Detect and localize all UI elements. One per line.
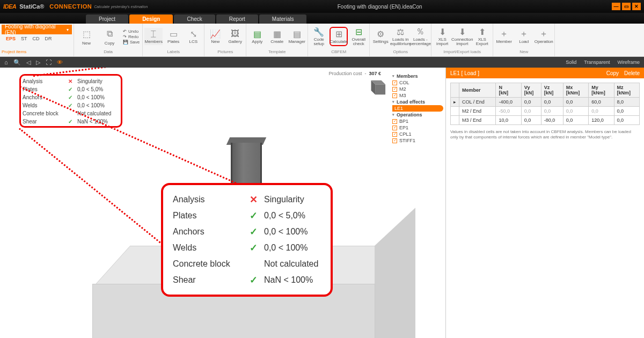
nav-left-icon[interactable]: ◁	[26, 59, 31, 66]
short-eps[interactable]: EPS	[6, 36, 16, 41]
create-button[interactable]: ▦Create	[268, 28, 286, 45]
short-cd[interactable]: CD	[33, 36, 40, 41]
tagline: Calculate yesterday's estimation	[94, 5, 148, 9]
percentage-button[interactable]: ％Loads - percentage	[411, 26, 429, 47]
mode-transparent[interactable]: Transparent	[584, 60, 610, 65]
save-button[interactable]: 💾Save	[123, 40, 140, 45]
right-pane-header: LE1 [ Load ] Copy Delete	[446, 68, 644, 78]
short-dr[interactable]: DR	[45, 36, 52, 41]
plates-icon: ▭	[168, 29, 179, 39]
tree-ops-header[interactable]: ▾Operations	[392, 112, 443, 118]
apply-button[interactable]: ▤Apply	[248, 28, 266, 45]
lcs-button[interactable]: ⤡LCS	[184, 28, 202, 45]
tree-op-stiff1[interactable]: ✓STIFF1	[392, 137, 443, 144]
minimize-button[interactable]: —	[612, 3, 620, 10]
code-setup-button[interactable]: 🔧Code setup	[310, 26, 328, 47]
tab-report[interactable]: Report	[216, 14, 258, 24]
table-row[interactable]: ▸COL / End-400,00,00,00,060,08,0	[451, 98, 640, 107]
tab-project[interactable]: Project	[86, 14, 128, 24]
table-row[interactable]: M2 / End-50,00,00,00,00,00,0	[451, 107, 640, 116]
project-item-selector[interactable]: Footing with diagonal (EN)▾	[2, 25, 72, 34]
undo-button[interactable]: ↶Undo	[123, 29, 140, 34]
group-label-projectitems: Project items	[2, 48, 72, 55]
footing-side-face	[375, 208, 415, 338]
balance-icon: ⚖	[395, 27, 406, 36]
result-plates-value: 0,0 < 5,0%	[264, 211, 305, 221]
delete-load-button[interactable]: Delete	[624, 70, 640, 76]
manager-button[interactable]: ▤Manager	[288, 28, 306, 45]
right-pane-note: Values in disabled cells are not taken i…	[450, 129, 640, 141]
axes-icon: ⤡	[188, 29, 199, 39]
tree-op-bp1[interactable]: ✓BP1	[392, 118, 443, 124]
results-zoom-callout: Analysis✕Singularity Plates✓0,0 < 5,0% A…	[161, 183, 333, 297]
load-table[interactable]: Member N [kN] Vy [kN] Vz [kN] Mx [kNm] M…	[450, 83, 640, 125]
viewport-3d[interactable]: Production cost - 307 € ▾Members ✓COL ✓M…	[0, 68, 445, 338]
view-toolbar: ⌂ 🔍 ◁ ▷ ⛶ 👁 Solid Transparent Wireframe	[0, 57, 644, 68]
titlebar: IDEA StatiCa® CONNECTION Calculate yeste…	[0, 0, 644, 13]
maximize-button[interactable]: ▭	[622, 3, 631, 10]
gallery-icon: 🖼	[230, 29, 240, 39]
short-st[interactable]: ST	[21, 36, 27, 41]
eye-icon[interactable]: 👁	[57, 59, 63, 66]
expand-icon[interactable]: ⛶	[46, 59, 52, 66]
document-name: Footing with diagonal (EN).ideaCon	[148, 4, 612, 10]
copy-load-button[interactable]: Copy	[606, 70, 619, 76]
xls-export-button[interactable]: ⬆XLS Export	[473, 26, 491, 47]
tab-design[interactable]: Design	[129, 14, 173, 24]
undo-redo-save: ↶Undo ↷Redo 💾Save	[122, 28, 141, 46]
navigation-cube[interactable]	[366, 77, 386, 98]
copy-button[interactable]: ⧉Copy	[99, 26, 120, 47]
settings-button[interactable]: ⚙Settings	[371, 28, 390, 45]
redo-button[interactable]: ↷Redo	[123, 34, 140, 39]
new-button[interactable]: ⬚New	[76, 26, 97, 47]
new-operation-button[interactable]: ＋Operation	[535, 28, 553, 45]
tab-materials[interactable]: Materials	[259, 14, 307, 24]
plates-button[interactable]: ▭Plates	[164, 28, 182, 45]
picture-new-button[interactable]: 📈New	[206, 28, 224, 45]
members-button[interactable]: ⌶Members	[144, 28, 163, 45]
tree-op-ep1[interactable]: ✓EP1	[392, 124, 443, 131]
nav-right-icon[interactable]: ▷	[36, 59, 40, 66]
result-concrete-label: Concrete block	[173, 259, 243, 269]
new-member-button[interactable]: ＋Member	[495, 28, 513, 45]
group-label-options: Options	[393, 48, 408, 55]
tree-op-cpl1[interactable]: ✓CPL1	[392, 131, 443, 137]
overall-check-button[interactable]: ⊟Overall check	[349, 26, 368, 47]
tree-members-header[interactable]: ▾Members	[392, 73, 443, 79]
ribbon-group-labels: ⌶Members ▭Plates ⤡LCS Labels	[143, 24, 204, 56]
wrench-icon: 🔧	[313, 27, 324, 36]
cross-icon: ✕	[67, 78, 74, 84]
equilibrium-button[interactable]: ⚖Loads in equilibrium	[391, 26, 409, 47]
tree-member-m3[interactable]: ✓M3	[392, 92, 443, 99]
result-concrete-value: Not calculated	[264, 259, 318, 269]
project-item-selected: Footing with diagonal (EN)	[5, 24, 67, 35]
tree-loads-header[interactable]: ▾Load effects	[392, 99, 443, 105]
tree-load-le1[interactable]: LE1	[392, 105, 443, 112]
mode-solid[interactable]: Solid	[566, 60, 576, 65]
group-label-cbfem: CBFEM	[331, 48, 346, 55]
table-row[interactable]: M3 / End10,00,0-80,00,0120,00,0	[451, 116, 640, 125]
calculate-button[interactable]: ⊞Calculate	[330, 27, 348, 46]
search-icon[interactable]: 🔍	[13, 59, 21, 66]
xls-import-button[interactable]: ⬇XLS import	[433, 26, 451, 47]
tree-member-col[interactable]: ✓COL	[392, 79, 443, 86]
close-button[interactable]: ✕	[632, 3, 641, 10]
brand-logo: IDEA	[3, 3, 16, 10]
mode-wireframe[interactable]: Wireframe	[617, 60, 640, 65]
ribbon-group-template: ▤Apply ▦Create ▤Manager Template	[246, 24, 308, 56]
check-icon: ✓	[247, 274, 260, 286]
tab-check[interactable]: Check	[174, 14, 215, 24]
gallery-button[interactable]: 🖼Gallery	[226, 28, 244, 45]
redo-icon: ↷	[123, 34, 127, 39]
ribbon-group-data: ⬚New ⧉Copy ↶Undo ↷Redo 💾Save Data	[74, 24, 143, 56]
connection-import-button[interactable]: ⬇Connection import	[453, 26, 471, 47]
home-icon[interactable]: ⌂	[4, 59, 8, 66]
result-anchors-label: Anchors	[173, 227, 243, 237]
col-my: My [kNm]	[589, 83, 614, 98]
main: Production cost - 307 € ▾Members ✓COL ✓M…	[0, 68, 644, 338]
new-load-button[interactable]: ＋Load	[515, 28, 533, 45]
xls-export-icon: ⬆	[477, 27, 487, 36]
tree-member-m2[interactable]: ✓M2	[392, 86, 443, 92]
undo-icon: ↶	[123, 29, 127, 34]
members-icon: ⌶	[148, 29, 159, 39]
